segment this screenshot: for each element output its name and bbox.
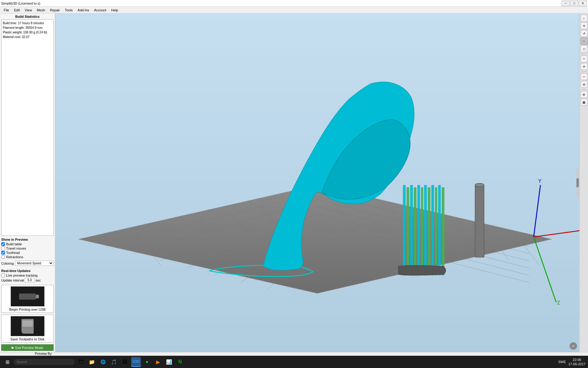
travel-moves-checkbox[interactable] xyxy=(1,247,5,250)
coloring-row: Coloring Movement Speed xyxy=(1,261,54,266)
taskbar-spotify[interactable]: ● xyxy=(142,357,152,367)
toolbar-grid-btn[interactable]: ▦ xyxy=(581,99,587,105)
taskbar-paint[interactable]: 🖼 xyxy=(120,357,130,367)
sd-icon xyxy=(11,316,44,336)
build-table-label: Build table xyxy=(6,242,22,246)
taskbar-file-explorer[interactable]: 📁 xyxy=(87,357,97,367)
taskbar-search[interactable] xyxy=(13,359,75,365)
toolhead-checkbox[interactable] xyxy=(1,251,5,255)
toolbar-rotate-btn[interactable]: ↺ xyxy=(581,30,587,37)
scroll-indicator[interactable] xyxy=(576,167,579,198)
menubar: FileEditViewMeshRepairToolsAdd-InsAccoun… xyxy=(0,7,588,13)
sd-card-shape xyxy=(21,319,34,334)
taskbar-notepad[interactable]: N xyxy=(175,357,185,367)
toolbar-divider-2 xyxy=(581,71,587,72)
toolbar-cut2-btn[interactable]: ⊟ xyxy=(581,81,587,88)
toolbar-home-btn[interactable]: ⌂ xyxy=(581,15,587,21)
toolhead-row: Toolhead xyxy=(1,251,54,255)
menu-item-help[interactable]: Help xyxy=(109,8,121,13)
menu-item-view[interactable]: View xyxy=(22,8,35,13)
svg-rect-32 xyxy=(410,185,413,275)
realtime-title: Real-time Updates xyxy=(1,269,54,273)
live-preview-label: Live preview tracking xyxy=(6,274,38,277)
update-interval-input[interactable] xyxy=(25,278,35,282)
update-interval-row: Update interval sec xyxy=(1,278,54,282)
exit-arrow-icon: ▶ xyxy=(12,346,14,350)
sd-save-button[interactable]: Save Toolpaths to Disk xyxy=(1,315,54,343)
camera-control-icon[interactable]: ⊙ xyxy=(570,342,577,350)
app-title: Simplify3D (Licensed to s) xyxy=(1,2,40,5)
left-panel: Build Statistics Build time: 17 hours 8 … xyxy=(0,13,55,352)
build-stats-box: Build time: 17 hours 8 minutes Filament … xyxy=(1,19,54,236)
toolbar-divider-3 xyxy=(581,89,587,90)
toolbar-reset-btn[interactable]: ⟳ xyxy=(581,63,587,70)
close-button[interactable]: ✕ xyxy=(579,1,587,6)
scroll-thumb[interactable] xyxy=(576,178,579,187)
svg-rect-35 xyxy=(421,187,423,275)
build-stats-title: Build Statistics xyxy=(1,15,54,18)
maximize-button[interactable]: □ xyxy=(570,1,578,6)
svg-point-43 xyxy=(475,183,484,187)
show-in-preview-label: Show in Preview xyxy=(1,238,54,241)
toolbar-wire-btn[interactable]: ⌗ xyxy=(581,56,587,62)
retractions-checkbox[interactable] xyxy=(1,255,5,259)
svg-rect-38 xyxy=(431,185,434,275)
menu-item-edit[interactable]: Edit xyxy=(12,8,22,13)
menu-item-mesh[interactable]: Mesh xyxy=(34,8,47,13)
exit-preview-label: Exit Preview Mode xyxy=(15,346,43,350)
titlebar: Simplify3D (Licensed to s) ─ □ ✕ xyxy=(0,0,588,7)
coloring-label: Coloring xyxy=(1,262,14,265)
retractions-label: Retractions xyxy=(6,255,23,259)
retractions-row: Retractions xyxy=(1,255,54,259)
live-preview-checkbox[interactable] xyxy=(1,274,5,277)
coloring-select[interactable]: Movement Speed xyxy=(15,261,54,266)
stat-build-time: Build time: 17 hours 8 minutes xyxy=(3,21,52,25)
preview-by-label: Preview By xyxy=(35,352,52,355)
taskbar-task-view[interactable]: 🗔 xyxy=(76,357,86,367)
svg-rect-42 xyxy=(475,185,484,257)
toolbar-pan-btn[interactable]: ✛ xyxy=(581,22,587,29)
menu-item-repair[interactable]: Repair xyxy=(47,8,62,13)
travel-moves-label: Travel moves xyxy=(6,247,26,250)
taskbar-app-active[interactable]: S3D xyxy=(131,357,141,367)
taskbar-clock: 22:06 17-06-2017 xyxy=(568,358,586,366)
taskbar-vlc[interactable]: ▶ xyxy=(153,357,163,367)
menu-item-add-ins[interactable]: Add-Ins xyxy=(75,8,92,13)
svg-rect-30 xyxy=(403,185,406,275)
svg-text:Z: Z xyxy=(557,300,560,305)
3d-viewport[interactable]: Preview Mode Speed (mm/min) 500045154030… xyxy=(55,13,579,352)
svg-rect-39 xyxy=(435,187,437,275)
minimize-button[interactable]: ─ xyxy=(562,1,570,6)
menu-item-file[interactable]: File xyxy=(1,8,12,13)
window-controls: ─ □ ✕ xyxy=(562,1,587,6)
clock-date: 17-06-2017 xyxy=(568,362,586,366)
menu-item-account[interactable]: Account xyxy=(92,8,109,13)
toolbar-view-btn[interactable]: □ xyxy=(581,38,587,44)
svg-rect-41 xyxy=(442,187,444,275)
svg-rect-31 xyxy=(406,187,409,275)
build-table-row: Build table xyxy=(1,242,54,246)
menu-item-tools[interactable]: Tools xyxy=(62,8,75,13)
toolbar-cut-btn[interactable]: ✂ xyxy=(581,73,587,80)
taskbar-stats[interactable]: 📊 xyxy=(164,357,174,367)
toolbar-divider-1 xyxy=(581,54,587,54)
exit-preview-button[interactable]: ▶ Exit Preview Mode xyxy=(1,344,54,351)
update-interval-label: Update interval xyxy=(1,278,24,282)
toolbar-solid-btn[interactable]: ◻ xyxy=(581,45,587,52)
main-layout: Build Statistics Build time: 17 hours 8 … xyxy=(0,13,588,352)
toolbar-settings-btn[interactable]: ⚙ xyxy=(581,91,587,98)
scene-svg: X Y Z xyxy=(55,13,579,352)
taskbar-edge[interactable]: 🌐 xyxy=(98,357,108,367)
stat-material-cost: Material cost: 32.07 xyxy=(3,35,52,39)
taskbar-music[interactable]: 🎵 xyxy=(109,357,119,367)
usb-print-button[interactable]: Begin Printing over USB xyxy=(1,285,54,313)
usb-icon xyxy=(11,286,44,306)
taskbar-system-tray: SWE 22:06 17-06-2017 xyxy=(558,358,586,366)
svg-rect-36 xyxy=(424,185,427,275)
start-button[interactable]: ⊞ xyxy=(2,357,12,367)
sd-btn-label: Save Toolpaths to Disk xyxy=(2,337,53,341)
svg-rect-33 xyxy=(414,187,417,275)
update-interval-unit: sec xyxy=(36,278,41,282)
build-table-checkbox[interactable] xyxy=(1,242,5,246)
live-preview-row: Live preview tracking xyxy=(1,274,54,277)
